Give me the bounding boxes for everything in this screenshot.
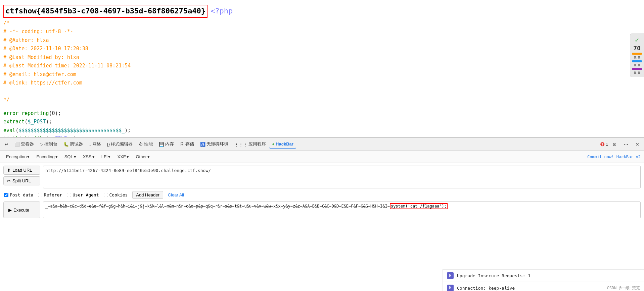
- tab-console[interactable]: ▷ 控制台: [37, 140, 60, 149]
- tab-application[interactable]: ⋮⋮⋮ 应用程序: [232, 140, 269, 149]
- menu-xxe-arrow: ▾: [127, 154, 129, 159]
- useragent-checkbox[interactable]: [67, 193, 71, 197]
- devtools-close-btn[interactable]: ✕: [633, 140, 642, 148]
- devtools-bar: ↩ ⬜ 查看器 ▷ 控制台 🐛 调试器 ↕ 网络 {} 样式编辑器 ⏱ 性能 💾…: [0, 137, 644, 151]
- execute-icon: ▶: [8, 208, 12, 213]
- badge-count: 1: [605, 142, 608, 147]
- close-icon: ✕: [636, 142, 639, 147]
- tab-app-label: 应用程序: [248, 141, 266, 147]
- menu-sql[interactable]: SQL ▾: [62, 153, 79, 161]
- postdata-label: Post data: [10, 192, 33, 197]
- debugger-icon: 🐛: [63, 142, 69, 147]
- php-code-block: error_reporting(0); extract($_POST); eva…: [3, 109, 641, 137]
- menu-xss[interactable]: XSS ▾: [80, 153, 97, 161]
- commit-text: Commit now! HackBar v2: [154, 155, 641, 159]
- tab-console-label: 控制台: [44, 141, 57, 147]
- check-icon: ✓: [635, 36, 639, 44]
- comment-space: [3, 88, 641, 96]
- load-url-button[interactable]: ⬆ Load URL: [3, 166, 40, 175]
- tab-performance[interactable]: ⏱ 性能: [136, 140, 155, 149]
- comment-1: /*: [3, 19, 641, 28]
- code-line-4: highlight_file(__FILE__);: [3, 135, 641, 137]
- network-icon: ↕: [89, 142, 91, 147]
- tab-style-editor[interactable]: {} 样式编辑器: [104, 140, 136, 149]
- widget-label-3: 0.0: [634, 71, 640, 75]
- referer-checkbox[interactable]: [38, 193, 42, 197]
- code-block: ctfshow{4854f5b3-c708-4697-b35d-68f80627…: [0, 3, 644, 137]
- widget-label-1: 0.0: [634, 56, 640, 59]
- header-icon-1: H: [447, 272, 454, 279]
- storage-icon: 🗄: [180, 142, 184, 147]
- split-url-button[interactable]: ✂ Split URL: [3, 176, 40, 185]
- menu-other-arrow: ▾: [147, 154, 150, 159]
- split-url-label: Split URL: [12, 178, 31, 183]
- app-icon: ⋮⋮⋮: [234, 142, 247, 147]
- referer-label: Referer: [44, 192, 62, 197]
- comment-end: */: [3, 96, 641, 105]
- clear-all-button[interactable]: Clear All: [168, 192, 184, 197]
- hackbar-dot-icon: ●: [272, 141, 275, 147]
- code-area: ✓ 70 0.0 0.0 0.0 ctfshow{4854f5b3-c708-4…: [0, 0, 644, 137]
- tab-debugger-label: 调试器: [70, 141, 83, 147]
- post-data-row: ▶ Execute _=a&a=b&b=c&c=d&d=e&e=f&f=g&g=…: [3, 201, 641, 218]
- menu-lfi[interactable]: LFI ▾: [99, 153, 113, 161]
- tab-inspector[interactable]: ⬜ 查看器: [12, 140, 37, 149]
- widget-bar-2: [632, 60, 642, 62]
- tab-storage[interactable]: 🗄 存储: [177, 140, 197, 149]
- tab-perf-label: 性能: [144, 141, 153, 147]
- menu-lfi-arrow: ▾: [108, 154, 110, 159]
- checkbox-user-agent[interactable]: User Agent: [67, 192, 99, 197]
- header-credit: CSDN @一纸·荒芜: [607, 285, 640, 291]
- comment-3: # @Author: hlxa: [3, 36, 641, 45]
- code-line-1: error_reporting(0);: [3, 109, 641, 118]
- tab-debugger[interactable]: 🐛 调试器: [61, 140, 86, 149]
- tab-network[interactable]: ↕ 网络: [86, 140, 104, 149]
- execute-label: Execute: [13, 208, 29, 213]
- options-row: Post data Referer User Agent Cookies Add…: [3, 191, 641, 199]
- checkbox-cookies[interactable]: Cookies: [104, 192, 128, 197]
- comment-8: # @link: https://ctfer.com: [3, 79, 641, 88]
- tab-accessibility[interactable]: ♿ 无障碍环境: [197, 140, 231, 149]
- menu-other[interactable]: Other ▾: [133, 153, 152, 161]
- responsive-icon: ⊡: [613, 142, 616, 147]
- checkbox-referer[interactable]: Referer: [38, 192, 62, 197]
- menu-encoding-label: Encoding: [36, 154, 54, 159]
- add-header-button[interactable]: Add Header: [132, 191, 163, 199]
- headers-panel: H Upgrade-Insecure-Requests: 1 H Connect…: [443, 269, 644, 291]
- menu-encryption-label: Encryption: [6, 154, 27, 159]
- menu-lfi-label: LFI: [101, 154, 108, 159]
- menu-other-label: Other: [136, 154, 147, 159]
- load-url-icon: ⬆: [7, 168, 11, 173]
- widget-bar-1: [632, 53, 642, 55]
- menu-encoding[interactable]: Encoding ▾: [34, 153, 60, 161]
- comment-5: # @Last Modified by: hlxa: [3, 53, 641, 62]
- tab-memory-label: 内存: [165, 141, 174, 147]
- cookies-checkbox[interactable]: [104, 193, 108, 197]
- tab-hackbar[interactable]: ● HackBar: [269, 140, 296, 149]
- style-icon: {}: [107, 142, 110, 147]
- menu-sql-arrow: ▾: [74, 154, 76, 159]
- devtools-more-btn[interactable]: ⋯: [621, 140, 631, 148]
- tab-accessibility-label: 无障碍环境: [206, 141, 228, 147]
- checkbox-post-data[interactable]: Post data: [4, 192, 33, 197]
- devtools-back-btn[interactable]: ↩: [2, 140, 11, 148]
- url-row: ⬆ Load URL ✂ Split URL: [3, 166, 641, 188]
- menu-xss-label: XSS: [83, 154, 92, 159]
- menu-encryption[interactable]: Encryption ▾: [3, 153, 32, 161]
- php-tag: <?php: [211, 7, 233, 15]
- responsive-design-btn[interactable]: ⊡: [610, 140, 619, 148]
- memory-icon: 💾: [159, 142, 164, 147]
- side-widget: ✓ 70 0.0 0.0 0.0: [630, 34, 644, 77]
- error-icon: ❶: [600, 141, 605, 148]
- comment-2: # -*- coding: utf-8 -*-: [3, 27, 641, 36]
- execute-button[interactable]: ▶ Execute: [3, 201, 40, 218]
- tab-memory[interactable]: 💾 内存: [156, 140, 177, 149]
- url-input[interactable]: [43, 166, 641, 188]
- postdata-checkbox[interactable]: [4, 193, 8, 197]
- tab-style-label: 样式编辑器: [111, 141, 133, 147]
- widget-score: 70: [633, 45, 641, 52]
- menu-xxe[interactable]: XXE ▾: [114, 153, 132, 161]
- header-value-1: Upgrade-Insecure-Requests: 1: [457, 273, 640, 278]
- code-line-2: extract($_POST);: [3, 118, 641, 126]
- comment-4: # @Date: 2022-11-10 17:20:38: [3, 45, 641, 53]
